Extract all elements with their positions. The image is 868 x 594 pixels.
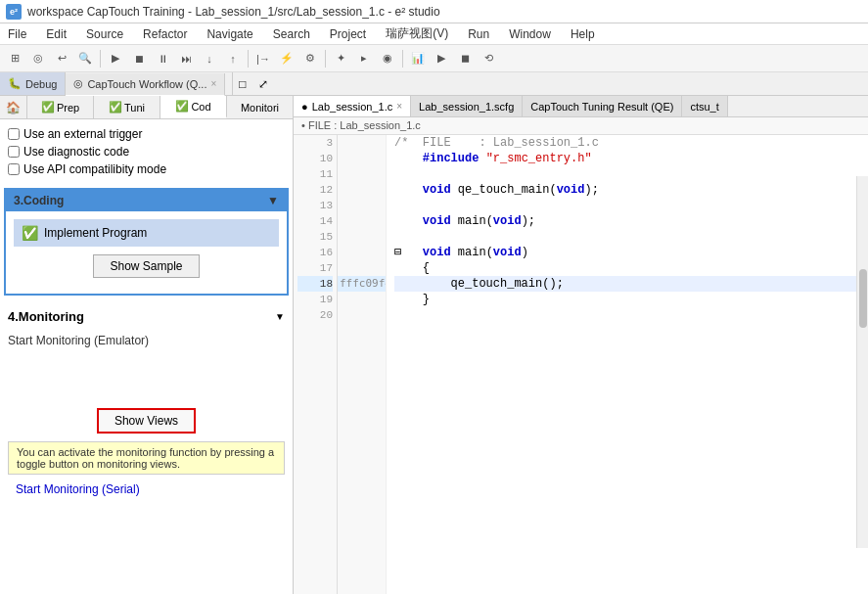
editor-tab-lab-session-c[interactable]: ● Lab_session_1.c × xyxy=(294,96,411,116)
toolbar-btn-9[interactable]: ↑ xyxy=(222,48,244,69)
toolbar-btn-10[interactable]: |→ xyxy=(252,48,274,69)
toolbar-btn-undo[interactable]: ↩ xyxy=(51,48,72,69)
code-line-18: qe_touch_main(); xyxy=(394,276,860,292)
checkbox-external-trigger-input[interactable] xyxy=(8,128,20,140)
addr-16 xyxy=(338,245,386,260)
toolbar-btn-14[interactable]: ▸ xyxy=(353,48,375,69)
breadcrumb: • FILE : Lab_session_1.c xyxy=(301,119,421,131)
app-icon: e² xyxy=(6,4,22,20)
code-line-13 xyxy=(394,198,860,213)
checkbox-diagnostic-code[interactable]: Use diagnostic code xyxy=(8,143,285,160)
step-tab-prep-label: Prep xyxy=(57,102,79,114)
checkbox-external-trigger-label: Use an external trigger xyxy=(23,127,142,141)
editor-tab-lab-session-c-close[interactable]: × xyxy=(396,101,402,112)
coding-check-icon: ✅ xyxy=(175,100,189,113)
toolbar-btn-6[interactable]: ⏸ xyxy=(152,48,173,69)
monitoring-arrow-icon: ▼ xyxy=(275,311,285,322)
menu-file[interactable]: File xyxy=(4,25,30,43)
window-title: workspace CapTouch Training - Lab_sessio… xyxy=(27,5,440,19)
monitoring-section: 4.Monitoring ▼ Start Monitoring (Emulato… xyxy=(0,299,293,504)
menu-renesas-view[interactable]: 瑞萨视图(V) xyxy=(382,23,452,44)
home-button[interactable]: 🏠 xyxy=(0,96,27,118)
monitoring-section-title: 4.Monitoring xyxy=(8,309,84,324)
monitoring-section-header: 4.Monitoring ▼ xyxy=(8,303,285,330)
tab-workflow-label: CapTouch Workflow (Q... xyxy=(87,78,206,90)
tab-minimize-btn[interactable]: □ xyxy=(233,75,251,93)
ln-18: 18 xyxy=(297,276,333,292)
ln-19: 19 xyxy=(297,292,333,307)
toolbar-btn-18[interactable]: ◼ xyxy=(454,48,476,69)
toolbar-btn-17[interactable]: ▶ xyxy=(431,48,452,69)
step-tab-monitoring[interactable]: Monitori xyxy=(227,96,293,118)
step-tab-prep[interactable]: ✅ Prep xyxy=(27,96,94,118)
step-tab-tuning-label: Tuni xyxy=(124,102,145,114)
toolbar-btn-7[interactable]: ⏭ xyxy=(175,48,197,69)
toolbar-btn-15[interactable]: ◉ xyxy=(377,48,398,69)
menu-window[interactable]: Window xyxy=(505,25,555,43)
checkbox-diagnostic-code-input[interactable] xyxy=(8,146,20,158)
code-line-11 xyxy=(394,166,860,182)
toolbar-btn-13[interactable]: ✦ xyxy=(330,48,351,69)
editor-panel: ● Lab_session_1.c × Lab_session_1.scfg C… xyxy=(294,96,868,594)
toolbar: ⊞ ◎ ↩ 🔍 ▶ ⏹ ⏸ ⏭ ↓ ↑ |→ ⚡ ⚙ ✦ ▸ ◉ 📊 ▶ ◼ ⟲ xyxy=(0,45,868,72)
toolbar-btn-run[interactable]: ▶ xyxy=(105,48,126,69)
editor-tab-lab-session-scfg[interactable]: Lab_session_1.scfg xyxy=(411,96,523,116)
menu-navigate[interactable]: Navigate xyxy=(203,25,256,43)
step-tab-tuning[interactable]: ✅ Tuni xyxy=(94,96,160,118)
addr-17 xyxy=(338,260,386,276)
editor-tab-lab-session-c-label: Lab_session_1.c xyxy=(312,101,393,113)
code-line-12: void qe_touch_main(void); xyxy=(394,182,860,198)
coding-section-title: 3.Coding xyxy=(14,194,64,207)
start-monitoring-serial-text: Start Monitoring (Serial) xyxy=(8,479,285,500)
editor-tab-captouch-tuning[interactable]: CapTouch Tuning Result (QE) xyxy=(523,96,682,116)
left-panel: 🏠 ✅ Prep ✅ Tuni ✅ Cod Monitori xyxy=(0,96,294,594)
tab-debug[interactable]: 🐛 Debug xyxy=(0,72,66,95)
menu-refactor[interactable]: Refactor xyxy=(139,25,191,43)
toolbar-btn-19[interactable]: ⟲ xyxy=(478,48,499,69)
coding-section: 3.Coding ▼ ✅ Implement Program Show Samp… xyxy=(4,188,289,296)
tab-workflow-close[interactable]: × xyxy=(210,78,216,89)
title-bar: e² workspace CapTouch Training - Lab_ses… xyxy=(0,0,868,23)
toolbar-btn-4[interactable]: 🔍 xyxy=(74,48,96,69)
checkbox-api-compat-input[interactable] xyxy=(8,163,20,175)
menu-run[interactable]: Run xyxy=(464,25,493,43)
code-line-3: /* FILE : Lab_session_1.c xyxy=(394,135,860,151)
show-sample-button[interactable]: Show Sample xyxy=(93,254,199,278)
editor-tab-ctsu[interactable]: ctsu_t xyxy=(682,96,727,116)
implement-check-icon: ✅ xyxy=(22,225,38,241)
menu-search[interactable]: Search xyxy=(269,25,314,43)
menu-project[interactable]: Project xyxy=(326,25,370,43)
ln-10: 10 xyxy=(297,151,333,166)
code-line-15 xyxy=(394,229,860,245)
step-tab-coding[interactable]: ✅ Cod xyxy=(160,96,227,118)
editor-tab-bar: ● Lab_session_1.c × Lab_session_1.scfg C… xyxy=(294,96,868,117)
code-content[interactable]: /* FILE : Lab_session_1.c #include "r_sm… xyxy=(387,135,868,594)
toolbar-btn-16[interactable]: 📊 xyxy=(407,48,429,69)
menu-source[interactable]: Source xyxy=(82,25,127,43)
ln-15: 15 xyxy=(297,229,333,245)
code-line-10: #include "r_smc_entry.h" xyxy=(394,151,860,166)
editor-tab-captouch-tuning-label: CapTouch Tuning Result (QE) xyxy=(530,101,673,113)
toolbar-btn-12[interactable]: ⚙ xyxy=(299,48,321,69)
ln-12: 12 xyxy=(297,182,333,198)
toolbar-btn-11[interactable]: ⚡ xyxy=(276,48,297,69)
addr-14 xyxy=(338,213,386,229)
show-views-button[interactable]: Show Views xyxy=(97,408,196,434)
menu-edit[interactable]: Edit xyxy=(42,25,70,43)
tab-captouch-workflow[interactable]: ◎ CapTouch Workflow (Q... × xyxy=(66,73,225,96)
toolbar-btn-1[interactable]: ⊞ xyxy=(4,48,25,69)
toolbar-btn-8[interactable]: ↓ xyxy=(199,48,220,69)
start-monitoring-emulator-text: Start Monitoring (Emulator) xyxy=(8,330,285,351)
addr-12 xyxy=(338,182,386,198)
checkbox-api-compat[interactable]: Use API compatilibity mode xyxy=(8,160,285,178)
monitoring-tooltip: You can activate the monitoring function… xyxy=(8,441,285,475)
tab-spacer xyxy=(225,72,233,95)
menu-help[interactable]: Help xyxy=(567,25,599,43)
tab-maximize-btn[interactable]: ⤢ xyxy=(252,75,274,93)
toolbar-btn-5[interactable]: ⏹ xyxy=(128,48,150,69)
toolbar-btn-2[interactable]: ◎ xyxy=(27,48,49,69)
checkbox-external-trigger[interactable]: Use an external trigger xyxy=(8,125,285,143)
implement-program-item: ✅ Implement Program xyxy=(14,219,279,247)
line-numbers: 3 10 11 12 13 14 15 16 17 18 19 20 xyxy=(294,135,338,594)
monitoring-spacer xyxy=(8,351,285,400)
